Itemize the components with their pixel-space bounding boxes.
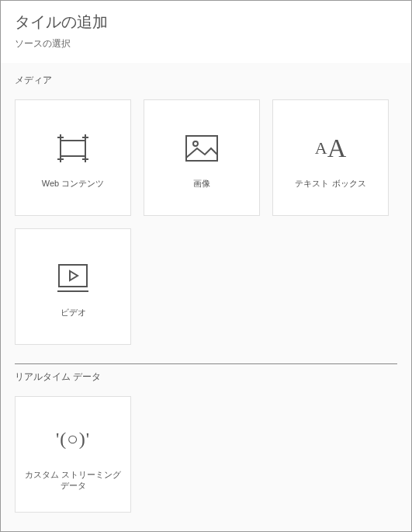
tile-image[interactable]: 画像	[144, 99, 260, 216]
tile-label: Web コンテンツ	[36, 178, 110, 189]
panel-title: タイルの追加	[15, 12, 397, 33]
media-tile-grid: Web コンテンツ 画像 AA	[15, 99, 397, 345]
panel-content: メディア	[1, 63, 411, 531]
svg-rect-11	[59, 265, 87, 287]
video-icon	[16, 256, 130, 299]
tile-label: テキスト ボックス	[289, 178, 372, 189]
svg-rect-0	[61, 141, 85, 156]
realtime-tile-grid: '(○)' カスタム ストリーミング データ	[15, 396, 397, 513]
add-tile-panel: タイルの追加 ソースの選択 メディア	[0, 0, 412, 532]
panel-subtitle: ソースの選択	[15, 37, 397, 50]
tile-video[interactable]: ビデオ	[15, 228, 131, 345]
section-label-media: メディア	[15, 74, 397, 87]
svg-rect-9	[186, 136, 217, 161]
tile-custom-streaming[interactable]: '(○)' カスタム ストリーミング データ	[15, 396, 131, 513]
section-label-realtime: リアルタイム データ	[15, 370, 397, 384]
image-icon	[144, 127, 259, 170]
tile-web-content[interactable]: Web コンテンツ	[15, 99, 131, 216]
streaming-icon: '(○)'	[16, 418, 130, 461]
text-box-icon: AA	[273, 127, 388, 170]
svg-point-10	[193, 141, 198, 146]
svg-marker-12	[70, 271, 78, 280]
web-content-icon	[16, 127, 130, 170]
section-divider	[15, 363, 397, 364]
tile-label: 画像	[187, 178, 216, 189]
tile-label: カスタム ストリーミング データ	[16, 469, 130, 492]
tile-text-box[interactable]: AA テキスト ボックス	[272, 99, 389, 216]
panel-header: タイルの追加 ソースの選択	[1, 1, 411, 63]
tile-label: ビデオ	[54, 307, 92, 318]
